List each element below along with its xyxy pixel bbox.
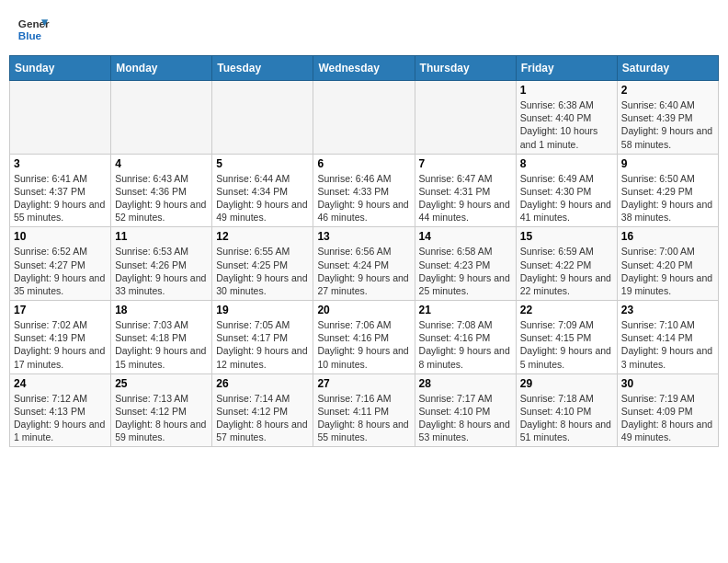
day-number: 8 [520,157,613,170]
calendar-cell [10,81,111,155]
day-content: Sunrise: 6:52 AMSunset: 4:27 PMDaylight:… [14,245,107,297]
day-number: 14 [419,230,512,243]
day-number: 19 [216,304,309,316]
day-number: 25 [115,377,208,390]
day-number: 21 [419,304,512,316]
weekday-header-tuesday: Tuesday [212,56,313,81]
weekday-header-friday: Friday [516,56,617,81]
day-number: 10 [14,230,107,243]
day-number: 12 [216,230,309,243]
day-content: Sunrise: 7:17 AMSunset: 4:10 PMDaylight:… [419,392,512,444]
weekday-header-wednesday: Wednesday [313,56,415,81]
day-content: Sunrise: 6:47 AMSunset: 4:31 PMDaylight:… [419,172,512,224]
day-content: Sunrise: 7:03 AMSunset: 4:18 PMDaylight:… [115,318,208,371]
calendar-cell: 30Sunrise: 7:19 AMSunset: 4:09 PMDayligh… [617,373,718,447]
day-number: 9 [621,157,714,170]
day-content: Sunrise: 6:50 AMSunset: 4:29 PMDaylight:… [621,172,714,224]
calendar-cell: 20Sunrise: 7:06 AMSunset: 4:16 PMDayligh… [313,301,415,374]
day-content: Sunrise: 7:13 AMSunset: 4:12 PMDaylight:… [115,392,208,444]
calendar-week-5: 24Sunrise: 7:12 AMSunset: 4:13 PMDayligh… [10,373,719,447]
calendar-cell: 11Sunrise: 6:53 AMSunset: 4:26 PMDayligh… [111,227,212,301]
day-content: Sunrise: 7:12 AMSunset: 4:13 PMDaylight:… [14,392,107,444]
calendar-cell: 17Sunrise: 7:02 AMSunset: 4:19 PMDayligh… [10,301,111,374]
day-content: Sunrise: 6:59 AMSunset: 4:22 PMDaylight:… [520,245,613,297]
calendar-cell: 27Sunrise: 7:16 AMSunset: 4:11 PMDayligh… [313,373,415,447]
calendar-cell: 1Sunrise: 6:38 AMSunset: 4:40 PMDaylight… [516,81,617,155]
day-content: Sunrise: 6:38 AMSunset: 4:40 PMDaylight:… [520,98,613,151]
day-number: 18 [115,304,208,316]
calendar-cell: 18Sunrise: 7:03 AMSunset: 4:18 PMDayligh… [111,301,212,374]
day-content: Sunrise: 6:46 AMSunset: 4:33 PMDaylight:… [317,172,410,224]
calendar-cell: 16Sunrise: 7:00 AMSunset: 4:20 PMDayligh… [617,227,718,301]
day-content: Sunrise: 7:06 AMSunset: 4:16 PMDaylight:… [317,318,410,371]
page-header: General Blue [9,9,719,50]
calendar-cell: 9Sunrise: 6:50 AMSunset: 4:29 PMDaylight… [617,154,718,227]
day-content: Sunrise: 6:56 AMSunset: 4:24 PMDaylight:… [317,245,410,297]
calendar-cell: 4Sunrise: 6:43 AMSunset: 4:36 PMDaylight… [111,154,212,227]
day-content: Sunrise: 7:18 AMSunset: 4:10 PMDaylight:… [520,392,613,444]
day-content: Sunrise: 7:09 AMSunset: 4:15 PMDaylight:… [520,318,613,371]
calendar-cell: 25Sunrise: 7:13 AMSunset: 4:12 PMDayligh… [111,373,212,447]
day-content: Sunrise: 6:53 AMSunset: 4:26 PMDaylight:… [115,245,208,297]
calendar-header: SundayMondayTuesdayWednesdayThursdayFrid… [10,56,719,81]
calendar-cell [415,81,516,155]
day-number: 24 [14,377,107,390]
logo: General Blue [17,13,28,46]
calendar-week-2: 3Sunrise: 6:41 AMSunset: 4:37 PMDaylight… [10,154,719,227]
day-number: 23 [621,304,714,316]
calendar-cell: 13Sunrise: 6:56 AMSunset: 4:24 PMDayligh… [313,227,415,301]
day-content: Sunrise: 6:41 AMSunset: 4:37 PMDaylight:… [14,172,107,224]
calendar-cell: 23Sunrise: 7:10 AMSunset: 4:14 PMDayligh… [617,301,718,374]
day-number: 2 [621,84,714,97]
calendar-cell: 10Sunrise: 6:52 AMSunset: 4:27 PMDayligh… [10,227,111,301]
day-number: 13 [317,230,410,243]
weekday-header-sunday: Sunday [10,56,111,81]
weekday-header-thursday: Thursday [415,56,516,81]
day-content: Sunrise: 7:05 AMSunset: 4:17 PMDaylight:… [216,318,309,371]
calendar-cell: 22Sunrise: 7:09 AMSunset: 4:15 PMDayligh… [516,301,617,374]
day-content: Sunrise: 7:14 AMSunset: 4:12 PMDaylight:… [216,392,309,444]
calendar-table: SundayMondayTuesdayWednesdayThursdayFrid… [9,55,719,447]
day-number: 22 [520,304,613,316]
calendar-cell: 7Sunrise: 6:47 AMSunset: 4:31 PMDaylight… [415,154,516,227]
day-content: Sunrise: 6:44 AMSunset: 4:34 PMDaylight:… [216,172,309,224]
calendar-cell: 3Sunrise: 6:41 AMSunset: 4:37 PMDaylight… [10,154,111,227]
day-number: 26 [216,377,309,390]
day-number: 28 [419,377,512,390]
day-content: Sunrise: 6:55 AMSunset: 4:25 PMDaylight:… [216,245,309,297]
calendar-cell: 6Sunrise: 6:46 AMSunset: 4:33 PMDaylight… [313,154,415,227]
calendar-cell [111,81,212,155]
day-number: 17 [14,304,107,316]
calendar-week-3: 10Sunrise: 6:52 AMSunset: 4:27 PMDayligh… [10,227,719,301]
day-number: 15 [520,230,613,243]
calendar-cell: 2Sunrise: 6:40 AMSunset: 4:39 PMDaylight… [617,81,718,155]
day-number: 7 [419,157,512,170]
calendar-week-1: 1Sunrise: 6:38 AMSunset: 4:40 PMDaylight… [10,81,719,155]
calendar-cell [313,81,415,155]
day-content: Sunrise: 7:02 AMSunset: 4:19 PMDaylight:… [14,318,107,371]
day-content: Sunrise: 7:16 AMSunset: 4:11 PMDaylight:… [317,392,410,444]
calendar-cell: 14Sunrise: 6:58 AMSunset: 4:23 PMDayligh… [415,227,516,301]
day-number: 27 [317,377,410,390]
calendar-cell: 19Sunrise: 7:05 AMSunset: 4:17 PMDayligh… [212,301,313,374]
day-content: Sunrise: 6:43 AMSunset: 4:36 PMDaylight:… [115,172,208,224]
day-number: 29 [520,377,613,390]
day-number: 5 [216,157,309,170]
calendar-cell: 26Sunrise: 7:14 AMSunset: 4:12 PMDayligh… [212,373,313,447]
day-number: 6 [317,157,410,170]
calendar-cell: 5Sunrise: 6:44 AMSunset: 4:34 PMDaylight… [212,154,313,227]
day-number: 30 [621,377,714,390]
day-number: 1 [520,84,613,97]
calendar-cell: 24Sunrise: 7:12 AMSunset: 4:13 PMDayligh… [10,373,111,447]
calendar-cell: 15Sunrise: 6:59 AMSunset: 4:22 PMDayligh… [516,227,617,301]
weekday-header-monday: Monday [111,56,212,81]
day-content: Sunrise: 6:40 AMSunset: 4:39 PMDaylight:… [621,98,714,151]
calendar-cell: 29Sunrise: 7:18 AMSunset: 4:10 PMDayligh… [516,373,617,447]
calendar-cell: 28Sunrise: 7:17 AMSunset: 4:10 PMDayligh… [415,373,516,447]
calendar-cell: 8Sunrise: 6:49 AMSunset: 4:30 PMDaylight… [516,154,617,227]
day-content: Sunrise: 7:10 AMSunset: 4:14 PMDaylight:… [621,318,714,371]
day-content: Sunrise: 7:19 AMSunset: 4:09 PMDaylight:… [621,392,714,444]
calendar-week-4: 17Sunrise: 7:02 AMSunset: 4:19 PMDayligh… [10,301,719,374]
day-number: 16 [621,230,714,243]
weekday-header-row: SundayMondayTuesdayWednesdayThursdayFrid… [10,56,719,81]
